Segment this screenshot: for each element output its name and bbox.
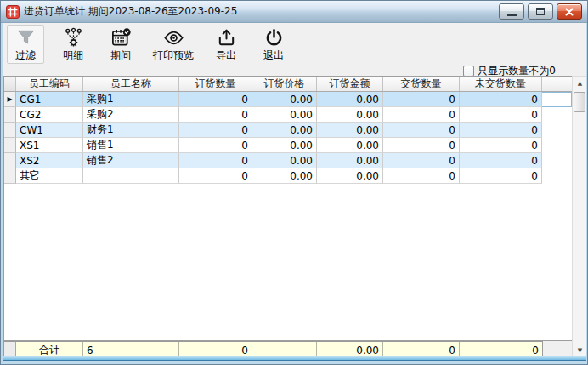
period-button-label: 期间 [110, 49, 131, 61]
app-icon [6, 5, 20, 19]
column-header[interactable]: 未交货数量 [460, 77, 542, 91]
toolbar: 过滤 明细 [5, 25, 292, 64]
table-cell: 0.00 [317, 168, 383, 184]
grid-rows: ▶CG1采购100.000.0000CG2采购200.000.0000CW1财务… [4, 92, 572, 184]
table-cell: 0 [460, 138, 542, 153]
column-header[interactable]: 订货价格 [252, 77, 317, 91]
table-cell [83, 168, 179, 184]
table-cell: 0.00 [317, 107, 383, 123]
table-cell: 0.00 [317, 123, 383, 138]
table-cell: 0 [460, 92, 542, 107]
minimize-button[interactable] [499, 3, 524, 20]
column-header[interactable]: 订货数量 [179, 77, 252, 91]
maximize-icon [536, 8, 545, 15]
column-header-filler [542, 77, 572, 91]
scroll-thumb[interactable] [574, 92, 585, 112]
table-cell: 财务1 [83, 123, 179, 138]
detail-button-label: 明细 [63, 49, 83, 61]
table-cell: 0.00 [252, 168, 317, 184]
print-preview-button[interactable]: 打印预览 [150, 25, 197, 64]
exit-button-label: 退出 [263, 49, 284, 61]
filter-button-label: 过滤 [15, 49, 36, 61]
table-cell: 采购2 [83, 107, 179, 123]
close-icon [565, 8, 574, 16]
filter-button[interactable]: 过滤 [7, 25, 44, 64]
table-cell: 0.00 [252, 92, 317, 107]
table-row[interactable]: 其它00.000.0000 [4, 168, 572, 184]
table-cell: 0.00 [317, 92, 383, 107]
table-cell: 0 [179, 153, 252, 168]
export-icon [215, 26, 237, 49]
exit-icon [263, 26, 285, 49]
current-row-marker[interactable]: ▶ [4, 92, 16, 107]
row-selector-cell[interactable] [4, 123, 16, 138]
table-cell: 0 [383, 107, 460, 123]
window-controls [499, 3, 582, 20]
table-cell: 采购1 [83, 92, 179, 107]
row-selector-cell[interactable] [4, 107, 16, 123]
client-area: 过滤 明细 [3, 23, 586, 361]
table-cell: XS2 [16, 153, 83, 168]
table-cell: 0 [179, 92, 252, 107]
export-button[interactable]: 导出 [207, 25, 245, 64]
table-cell: 0 [383, 92, 460, 107]
table-row[interactable]: CG2采购200.000.0000 [4, 107, 572, 123]
table-cell: CG1 [16, 92, 83, 107]
table-cell: 0 [460, 168, 542, 184]
table-row[interactable]: XS2销售200.000.0000 [4, 153, 572, 168]
scroll-up-button[interactable]: ▲ [574, 77, 586, 90]
grid-header: 员工编码员工名称订货数量订货价格订货金额交货数量未交货数量 [4, 77, 572, 92]
table-cell: 0 [383, 138, 460, 153]
table-cell: 0.00 [252, 123, 317, 138]
window-bottom-edge [3, 356, 586, 361]
column-header[interactable]: 交货数量 [383, 77, 460, 91]
table-cell: 0.00 [252, 153, 317, 168]
table-cell: 0.00 [317, 138, 383, 153]
print-preview-button-label: 打印预览 [153, 49, 194, 61]
table-cell: 0 [383, 123, 460, 138]
table-row[interactable]: ▶CG1采购100.000.0000 [4, 92, 572, 107]
table-cell: 0 [179, 123, 252, 138]
exit-button[interactable]: 退出 [255, 25, 292, 64]
detail-button[interactable]: 明细 [54, 25, 92, 64]
print-preview-icon [162, 26, 184, 49]
selector-column-header [4, 77, 16, 91]
table-cell: XS1 [16, 138, 83, 153]
table-cell: 0.00 [317, 153, 383, 168]
table-cell: CW1 [16, 123, 83, 138]
table-cell: 0 [460, 153, 542, 168]
table-cell: 销售1 [83, 138, 179, 153]
table-cell: CG2 [16, 107, 83, 123]
column-header[interactable]: 员工编码 [16, 77, 83, 91]
table-cell: 0 [460, 107, 542, 123]
table-cell: 0 [460, 123, 542, 138]
column-header[interactable]: 订货金额 [317, 77, 383, 91]
maximize-button[interactable] [528, 3, 553, 20]
table-cell: 0 [383, 153, 460, 168]
row-selector-cell[interactable] [4, 138, 16, 153]
close-button[interactable] [557, 3, 582, 20]
table-row[interactable]: CW1财务100.000.0000 [4, 123, 572, 138]
app-window: 进货订单统计 期间2023-08-26至2023-09-25 过滤 [0, 0, 588, 365]
row-selector-cell[interactable] [4, 153, 16, 168]
data-grid: 员工编码员工名称订货数量订货价格订货金额交货数量未交货数量 ▶CG1采购100.… [3, 76, 572, 341]
column-header[interactable]: 员工名称 [83, 77, 179, 91]
filter-icon [14, 26, 37, 49]
table-cell: 0.00 [252, 107, 317, 123]
table-cell: 销售2 [83, 153, 179, 168]
table-cell: 0 [179, 138, 252, 153]
detail-icon [62, 26, 84, 49]
minimize-icon [507, 14, 517, 16]
table-cell: 其它 [16, 168, 83, 184]
vertical-scrollbar[interactable]: ▲ ▼ [572, 76, 586, 358]
period-icon [110, 26, 132, 49]
window-title: 进货订单统计 期间2023-08-26至2023-09-25 [24, 4, 499, 19]
table-cell: 0 [383, 168, 460, 184]
table-cell: 0 [179, 168, 252, 184]
row-selector-cell[interactable] [4, 168, 16, 184]
title-bar: 进货订单统计 期间2023-08-26至2023-09-25 [1, 1, 587, 23]
period-button[interactable]: 期间 [102, 25, 139, 64]
table-cell: 0.00 [252, 138, 317, 153]
table-row[interactable]: XS1销售100.000.0000 [4, 138, 572, 153]
table-cell: 0 [179, 107, 252, 123]
